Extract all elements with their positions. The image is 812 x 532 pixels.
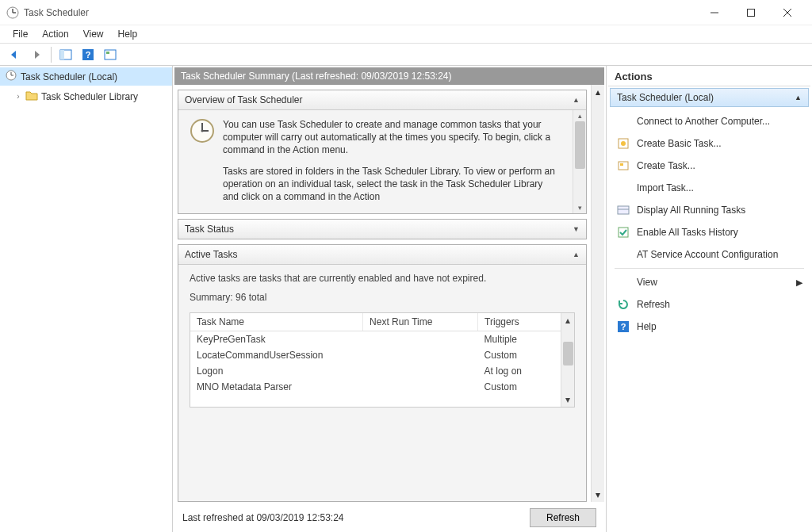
overview-section: Overview of Task Scheduler ▲ You can use… [178, 90, 587, 214]
cell-next-run [363, 363, 478, 379]
close-button[interactable] [769, 1, 806, 25]
window-title: Task Scheduler [24, 7, 696, 18]
table-row[interactable]: KeyPreGenTaskMultiple [190, 331, 574, 348]
action-item[interactable]: Import Task... [608, 177, 810, 199]
svg-point-19 [201, 130, 204, 132]
clock-icon [5, 69, 17, 84]
minimize-button[interactable] [696, 1, 733, 25]
cell-triggers: Custom [478, 379, 574, 395]
table-row[interactable]: LocateCommandUserSessionCustom [190, 347, 574, 363]
col-triggers[interactable]: Triggers [478, 313, 574, 331]
cell-next-run [363, 379, 478, 395]
col-task-name[interactable]: Task Name [190, 313, 363, 331]
center-pane: Task Scheduler Summary (Last refreshed: … [173, 66, 606, 532]
display-icon [616, 203, 630, 217]
svg-rect-23 [620, 163, 623, 166]
menu-action[interactable]: Action [36, 27, 75, 41]
scroll-thumb[interactable] [575, 121, 585, 169]
svg-point-21 [621, 141, 626, 146]
blank-icon [616, 114, 630, 128]
table-row[interactable]: LogonAt log on [190, 363, 574, 379]
properties-toolbar-button[interactable] [101, 45, 120, 64]
svg-rect-12 [106, 52, 109, 54]
task-status-header[interactable]: Task Status ▼ [178, 220, 586, 239]
tree-expand-icon[interactable]: › [14, 92, 22, 101]
enable-icon [616, 225, 630, 239]
svg-rect-11 [105, 50, 116, 59]
menu-help[interactable]: Help [112, 27, 144, 41]
svg-text:?: ? [86, 50, 91, 59]
help-icon: ? [616, 320, 630, 334]
cell-task-name: Logon [190, 363, 363, 379]
tree-pane: Task Scheduler (Local) › Task Scheduler … [0, 66, 173, 532]
svg-rect-4 [748, 9, 755, 16]
active-tasks-header[interactable]: Active Tasks ▲ [178, 245, 586, 265]
table-row[interactable]: MNO Metadata ParserCustom [190, 379, 574, 395]
center-scrollbar[interactable]: ▴ ▾ [591, 85, 604, 502]
actions-pane-title: Actions [608, 67, 810, 86]
table-scrollbar[interactable]: ▴ ▾ [561, 313, 574, 407]
maximize-button[interactable] [733, 1, 769, 25]
actions-pane: Actions Task Scheduler (Local) ▲ Connect… [606, 66, 812, 532]
task-status-section: Task Status ▼ [178, 219, 587, 239]
create-icon [616, 159, 630, 173]
active-tasks-section: Active Tasks ▲ Active tasks are tasks th… [178, 244, 587, 502]
menu-file[interactable]: File [6, 27, 34, 41]
active-tasks-summary: Summary: 96 total [190, 292, 575, 303]
basic-icon [616, 136, 630, 151]
action-label: Display All Running Tasks [637, 205, 745, 216]
action-item[interactable]: Enable All Tasks History [608, 221, 810, 243]
clock-large-icon [190, 118, 215, 211]
menu-view[interactable]: View [77, 27, 110, 41]
show-hide-tree-button[interactable] [56, 45, 75, 64]
cell-task-name: KeyPreGenTask [190, 331, 363, 348]
cell-triggers: Custom [478, 347, 574, 363]
actions-list: Connect to Another Computer...Create Bas… [608, 109, 810, 339]
overview-scrollbar[interactable]: ▴ ▾ [573, 110, 586, 213]
tree-root[interactable]: Task Scheduler (Local) [0, 67, 172, 86]
scroll-thumb[interactable] [563, 342, 573, 366]
active-tasks-description: Active tasks are tasks that are currentl… [190, 273, 575, 284]
action-item[interactable]: Display All Running Tasks [608, 199, 810, 221]
action-item[interactable]: Refresh [608, 293, 810, 316]
svg-rect-24 [618, 206, 629, 214]
chevron-right-icon: ▶ [796, 277, 802, 288]
tasks-table-wrap: Task Name Next Run Time Triggers KeyPreG… [190, 312, 575, 408]
cell-next-run [363, 347, 478, 363]
action-item[interactable]: View▶ [608, 271, 810, 293]
action-item[interactable]: ?Help [608, 316, 810, 338]
help-toolbar-button[interactable]: ? [79, 45, 98, 64]
scroll-up-icon: ▴ [578, 112, 582, 120]
action-item[interactable]: Create Task... [608, 155, 810, 177]
col-next-run[interactable]: Next Run Time [363, 313, 478, 331]
overview-body: You can use Task Scheduler to create and… [178, 110, 586, 213]
scroll-up-icon: ▴ [565, 315, 570, 326]
overview-header[interactable]: Overview of Task Scheduler ▲ [178, 90, 586, 110]
cell-triggers: Multiple [478, 331, 574, 348]
action-separator [615, 268, 804, 269]
svg-rect-8 [60, 50, 64, 59]
cell-triggers: At log on [478, 363, 574, 379]
collapse-icon: ▲ [573, 251, 580, 258]
scroll-down-icon: ▾ [596, 489, 600, 500]
refresh-button[interactable]: Refresh [530, 508, 596, 527]
tree-root-label: Task Scheduler (Local) [21, 71, 117, 82]
summary-header: Task Scheduler Summary (Last refreshed: … [174, 67, 604, 85]
actions-group-title: Task Scheduler (Local) [617, 92, 714, 103]
scroll-down-icon: ▾ [578, 204, 582, 212]
action-item[interactable]: AT Service Account Configuration [608, 243, 810, 266]
blank-icon [616, 275, 630, 289]
active-tasks-body: Active tasks are tasks that are currentl… [178, 265, 586, 501]
tree-child[interactable]: › Task Scheduler Library [0, 87, 172, 105]
forward-button[interactable] [27, 45, 46, 64]
app-icon [6, 6, 19, 19]
action-item[interactable]: Create Basic Task... [608, 132, 810, 155]
action-label: Enable All Tasks History [637, 227, 738, 238]
back-button[interactable] [5, 45, 24, 64]
action-item[interactable]: Connect to Another Computer... [608, 110, 810, 132]
blank-icon [616, 247, 630, 262]
actions-group-header[interactable]: Task Scheduler (Local) ▲ [610, 88, 809, 107]
task-status-title: Task Status [185, 224, 234, 235]
overview-title: Overview of Task Scheduler [185, 94, 303, 105]
action-label: Connect to Another Computer... [637, 116, 770, 127]
